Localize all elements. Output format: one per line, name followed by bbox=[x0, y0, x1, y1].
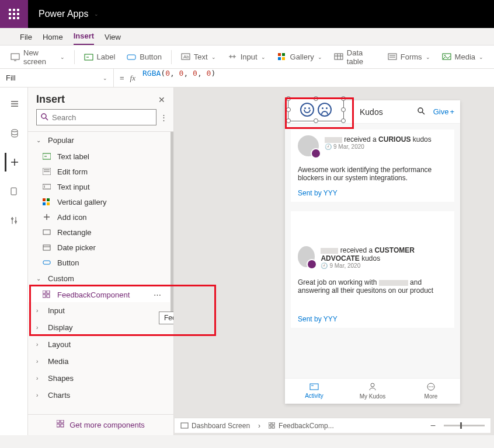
app-name-dropdown[interactable]: Power Apps ⌄ bbox=[28, 9, 99, 19]
resize-handle[interactable] bbox=[286, 96, 291, 101]
rail-media[interactable] bbox=[5, 182, 23, 201]
svg-line-62 bbox=[422, 112, 425, 114]
card-sender[interactable]: Sent by YYY bbox=[298, 189, 447, 197]
search-box[interactable] bbox=[36, 109, 156, 125]
calendar-icon bbox=[42, 243, 51, 252]
svg-rect-41 bbox=[43, 184, 51, 189]
rail-advanced[interactable] bbox=[5, 211, 23, 230]
nav-activity[interactable]: Activity bbox=[285, 379, 343, 404]
resize-handle[interactable] bbox=[286, 118, 291, 123]
item-date-picker[interactable]: Date picker bbox=[28, 240, 170, 255]
chevron-down-icon: ⌄ bbox=[318, 54, 322, 60]
panel-more-button[interactable]: ⋮ bbox=[160, 113, 168, 122]
card-sender[interactable]: Sent by YYY bbox=[298, 315, 447, 323]
item-more-button[interactable]: ⋯ bbox=[154, 290, 162, 299]
zoom-slider[interactable] bbox=[444, 425, 485, 426]
svg-rect-12 bbox=[278, 57, 281, 60]
header-title: Kudos bbox=[360, 107, 383, 117]
item-feedbackcomponent[interactable]: FeedbackComponent ⋯ bbox=[28, 287, 170, 302]
rail-data-sources[interactable] bbox=[5, 124, 23, 142]
card-title: received a CURIOUS kudos bbox=[325, 135, 432, 144]
left-rail bbox=[0, 88, 28, 435]
media-dropdown[interactable]: Media ⌄ bbox=[437, 50, 488, 64]
give-button[interactable]: Give + bbox=[433, 107, 454, 116]
new-screen-button[interactable]: New screen ⌄ bbox=[6, 46, 69, 68]
card-body: Awesome work identifying the performance… bbox=[298, 166, 447, 182]
kudos-card[interactable]: received a CURIOUS kudos 🕘9 Mar, 2020 Aw… bbox=[291, 130, 454, 202]
breadcrumb-component[interactable]: FeedbackComp... bbox=[269, 422, 334, 430]
forms-label: Forms bbox=[401, 52, 422, 61]
cat-media[interactable]: ›Media bbox=[28, 353, 170, 370]
item-rectangle[interactable]: Rectangle bbox=[28, 225, 170, 240]
breadcrumb-screen[interactable]: Dashboard Screen bbox=[180, 422, 250, 430]
nav-more[interactable]: More bbox=[402, 379, 460, 404]
svg-rect-53 bbox=[43, 290, 46, 293]
cat-display[interactable]: ›Display bbox=[28, 319, 170, 336]
get-more-components-button[interactable]: Get more components bbox=[28, 414, 173, 435]
resize-handle[interactable] bbox=[314, 96, 318, 101]
cat-charts[interactable]: ›Charts bbox=[28, 387, 170, 404]
property-dropdown[interactable]: Fill ⌄ bbox=[0, 69, 114, 88]
button-button[interactable]: Button bbox=[122, 50, 166, 64]
resize-handle[interactable] bbox=[341, 96, 346, 101]
cat-input[interactable]: ›Input bbox=[28, 302, 170, 319]
menu-home[interactable]: Home bbox=[43, 33, 63, 45]
resize-handle[interactable] bbox=[341, 118, 346, 123]
svg-point-69 bbox=[432, 386, 433, 387]
app-launcher-button[interactable] bbox=[0, 0, 28, 28]
feedback-component-instance[interactable] bbox=[288, 98, 344, 121]
data-table-label: Data table bbox=[347, 48, 376, 66]
label-label: Label bbox=[97, 52, 116, 61]
resize-handle[interactable] bbox=[341, 107, 346, 112]
form-icon bbox=[42, 167, 51, 176]
rail-tree-view[interactable] bbox=[5, 94, 23, 113]
more-icon bbox=[427, 383, 435, 392]
menu-view[interactable]: View bbox=[105, 33, 121, 45]
svg-point-68 bbox=[430, 386, 432, 387]
item-text-input[interactable]: Text input bbox=[28, 179, 170, 194]
card-date: 🕘9 Mar, 2020 bbox=[321, 262, 447, 269]
svg-point-61 bbox=[418, 108, 423, 113]
resize-handle[interactable] bbox=[314, 118, 318, 123]
input-dropdown[interactable]: Input ⌄ bbox=[223, 50, 270, 64]
forms-dropdown[interactable]: Forms ⌄ bbox=[383, 50, 435, 64]
formula-input[interactable]: RGBA(0, 0, 0, 0) bbox=[140, 69, 494, 87]
cat-shapes[interactable]: ›Shapes bbox=[28, 370, 170, 387]
gallery-dropdown[interactable]: Gallery ⌄ bbox=[273, 50, 327, 64]
data-table-button[interactable]: Data table bbox=[329, 46, 381, 68]
resize-handle[interactable] bbox=[286, 107, 291, 112]
svg-rect-72 bbox=[272, 422, 274, 425]
zoom-out-button[interactable]: − bbox=[430, 421, 436, 431]
search-input[interactable] bbox=[52, 113, 152, 122]
insert-tree: ⌄Popular Text label Edit form Text input… bbox=[28, 131, 173, 414]
item-add-icon[interactable]: Add icon bbox=[28, 209, 170, 225]
kudos-card[interactable]: received a CUSTOMER ADVOCATE kudos 🕘9 Ma… bbox=[291, 211, 454, 328]
menu-insert[interactable]: Insert bbox=[74, 32, 94, 45]
text-dropdown[interactable]: Ab Text ⌄ bbox=[176, 50, 221, 64]
item-vertical-gallery[interactable]: Vertical gallery bbox=[28, 194, 170, 209]
svg-rect-54 bbox=[47, 290, 50, 293]
svg-rect-0 bbox=[11, 54, 19, 60]
label-button[interactable]: Label bbox=[79, 50, 120, 64]
item-text-label[interactable]: Text label bbox=[28, 149, 170, 164]
cat-layout[interactable]: ›Layout bbox=[28, 336, 170, 353]
chevron-down-icon: ⌄ bbox=[94, 11, 99, 17]
cat-popular[interactable]: ⌄Popular bbox=[28, 132, 170, 149]
svg-rect-13 bbox=[282, 57, 285, 60]
get-more-label: Get more components bbox=[69, 421, 145, 429]
svg-rect-14 bbox=[335, 54, 343, 60]
menu-file[interactable]: File bbox=[20, 33, 32, 45]
table-icon bbox=[334, 52, 343, 62]
item-edit-form[interactable]: Edit form bbox=[28, 164, 170, 179]
cat-custom[interactable]: ⌄Custom bbox=[28, 270, 170, 287]
item-button[interactable]: Button bbox=[28, 255, 170, 270]
text-icon: Ab bbox=[181, 52, 190, 62]
rail-insert[interactable] bbox=[5, 153, 23, 172]
nav-my-kudos[interactable]: My Kudos bbox=[343, 379, 402, 404]
search-icon[interactable] bbox=[417, 107, 425, 117]
close-panel-button[interactable]: ✕ bbox=[158, 95, 165, 104]
svg-rect-10 bbox=[278, 53, 281, 56]
scrollbar-thumb[interactable] bbox=[171, 132, 173, 318]
svg-rect-46 bbox=[47, 202, 50, 205]
canvas[interactable]: Kudos Give + received a CURIOUS kudos 🕘9… bbox=[174, 88, 494, 435]
